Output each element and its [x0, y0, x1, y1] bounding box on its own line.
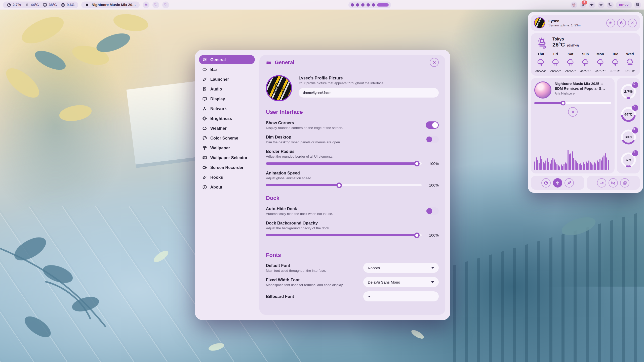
media-pill[interactable]: Nightcore Music Mix 20…: [81, 2, 140, 8]
slider-knob[interactable]: [414, 161, 420, 166]
slider-track[interactable]: [266, 162, 422, 165]
visualizer-bar: [551, 160, 552, 170]
track-progress-slider[interactable]: [534, 102, 611, 104]
performance-profile-button[interactable]: [541, 178, 551, 188]
weather-card: Tokyo 26°C (GMT+9) Thu Fri Sat Sun Mon T…: [531, 33, 640, 76]
animation-speed-slider[interactable]: 100%: [266, 183, 439, 187]
sidebar-item-launcher[interactable]: Launcher: [199, 75, 255, 84]
setting-title: Dock Background Opacity: [266, 221, 439, 225]
sidebar-item-weather[interactable]: Weather: [199, 124, 255, 133]
tray-app-button[interactable]: [571, 2, 577, 8]
sidebar-item-label: Brightness: [210, 116, 232, 121]
thunder-cloud-icon: [596, 59, 604, 66]
forecast-day: Tue: [608, 52, 623, 56]
default-font-dropdown[interactable]: Roboto: [363, 263, 439, 273]
dock-opacity-slider[interactable]: 100%: [266, 233, 439, 237]
sidebar-item-color-scheme[interactable]: Color Scheme: [199, 133, 255, 143]
sidebar-item-screen-recorder[interactable]: Screen Recorder: [199, 163, 255, 172]
sidebar-item-network[interactable]: Network: [199, 104, 255, 113]
heart-button-1[interactable]: ♡: [152, 2, 159, 8]
pause-button[interactable]: [568, 107, 578, 117]
setting-title: Billboard Font: [266, 294, 294, 299]
visualizer-bar: [545, 160, 546, 170]
power-saver-profile-button[interactable]: [565, 178, 574, 188]
forecast-temps: 36°/26°: [593, 69, 608, 73]
visualizer-bar: [555, 162, 556, 170]
visualizer-bar: [541, 159, 542, 170]
user-info: Lysec System uptime: 1h23m: [548, 19, 581, 27]
balanced-profile-button[interactable]: [553, 178, 562, 188]
visualizer-bar: [576, 161, 577, 170]
wallpapers-button[interactable]: [620, 178, 629, 188]
border-radius-slider[interactable]: 100%: [266, 161, 439, 166]
sidebar-item-brightness[interactable]: Brightness: [199, 114, 255, 123]
workspace-dot-1[interactable]: [351, 3, 354, 7]
panel-close-button[interactable]: [628, 19, 637, 27]
screen-record-button[interactable]: [597, 178, 606, 188]
setting-title: Dim Desktop: [266, 135, 341, 140]
sun-icon: [599, 3, 603, 7]
sidebar-item-general[interactable]: General: [199, 55, 255, 64]
slider-track[interactable]: [266, 184, 422, 186]
heart-button-2[interactable]: ♡: [162, 2, 169, 8]
skull-button[interactable]: ☠: [143, 2, 149, 8]
fixed-width-font-dropdown[interactable]: DejaVu Sans Mono: [363, 277, 439, 287]
volume-button[interactable]: [589, 2, 595, 8]
forecast-temps: 26°/22°: [548, 69, 563, 73]
visualizer-bar: [556, 164, 557, 170]
slider-knob[interactable]: [336, 183, 342, 188]
memory-stat: 9.6G: [61, 3, 74, 7]
overview-button[interactable]: [634, 2, 641, 8]
slider-track[interactable]: [266, 234, 422, 236]
forecast-temps: 26°/22°: [563, 69, 578, 73]
billboard-font-dropdown[interactable]: [363, 291, 439, 301]
visualizer-bar: [598, 162, 599, 170]
sidebar-item-about[interactable]: About: [199, 183, 255, 192]
clock[interactable]: 00:27: [616, 2, 632, 8]
sidebar-item-display[interactable]: Display: [199, 94, 255, 103]
palette-icon: [202, 136, 207, 141]
camera-off-button[interactable]: [609, 178, 618, 188]
workspace-dot-3[interactable]: [361, 3, 365, 7]
visualizer-bar: [577, 163, 578, 170]
workspace-active-pill[interactable]: [377, 3, 389, 7]
cpu-gauge: 2.7%: [619, 82, 637, 101]
setting-border-radius: Border Radius Adjust the rounded border …: [266, 149, 439, 166]
workspace-dot-2[interactable]: [356, 3, 359, 7]
auto-hide-dock-toggle[interactable]: [426, 207, 439, 215]
profile-picture-path-input[interactable]: [299, 88, 439, 98]
sidebar-item-wallpaper[interactable]: Wallpaper: [199, 143, 255, 152]
dim-desktop-toggle[interactable]: [426, 136, 439, 143]
setting-auto-hide-dock: Auto-Hide Dock Automatically hide the do…: [266, 206, 439, 216]
notifications-button[interactable]: 8: [580, 2, 586, 8]
slider-knob[interactable]: [414, 233, 420, 238]
speaker-box-icon: [202, 87, 207, 92]
settings-button[interactable]: [606, 19, 615, 27]
workspace-dot-5[interactable]: [372, 3, 375, 7]
sidebar-item-bar[interactable]: Bar: [199, 65, 255, 74]
forecast-day: Sat: [563, 52, 578, 56]
night-light-off-icon: [608, 3, 612, 7]
slider-knob[interactable]: [561, 101, 566, 106]
sidebar-item-wallpaper-selector[interactable]: Wallpaper Selector: [199, 153, 255, 162]
cpu-stat: 2.7%: [7, 3, 21, 7]
media-player-card: Nightcore Music Mix 2025 EDM Remixes of …: [531, 78, 615, 173]
visualizer-bar: [603, 155, 605, 170]
close-button[interactable]: [430, 58, 439, 67]
dropdown-value: Roboto: [368, 266, 380, 270]
visualizer-bar: [572, 151, 573, 170]
workspace-dot-4[interactable]: [367, 3, 370, 7]
visualizer-bar: [568, 150, 569, 170]
setting-text: Auto-Hide Dock Automatically hide the do…: [266, 206, 333, 216]
night-light-button[interactable]: [607, 2, 614, 8]
sidebar-item-hooks[interactable]: Hooks: [199, 173, 255, 182]
heart-icon: ♡: [164, 3, 167, 7]
show-corners-toggle[interactable]: [426, 121, 439, 129]
visualizer-bar: [564, 164, 565, 170]
track-artist: Aria Nightcore: [555, 92, 605, 95]
power-button[interactable]: [617, 19, 626, 27]
brightness-button[interactable]: [598, 2, 605, 8]
visualizer-bar: [602, 157, 603, 170]
sidebar-item-audio[interactable]: Audio: [199, 84, 255, 94]
slider-track[interactable]: [534, 102, 611, 104]
